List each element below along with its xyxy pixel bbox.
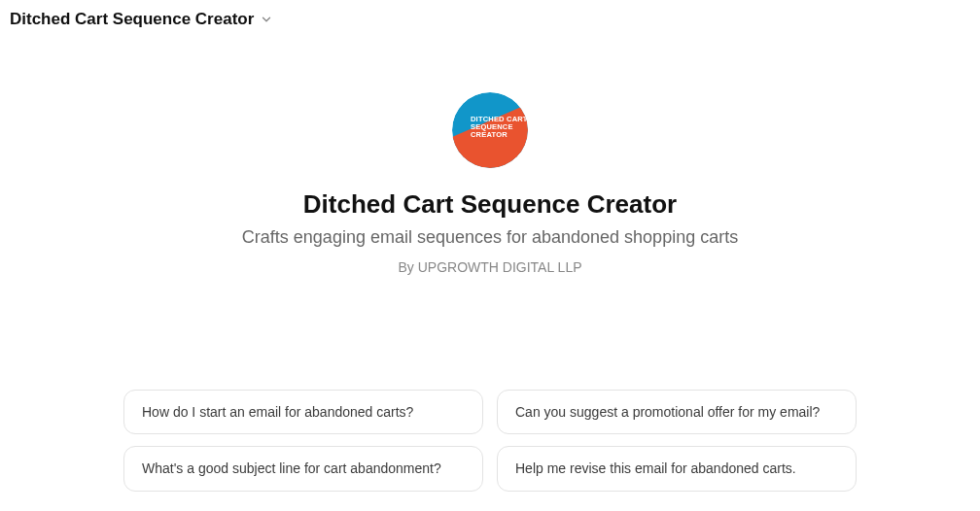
app-logo: DITCHED CART SEQUENCE CREATOR: [452, 92, 528, 168]
app-byline: By UPGROWTH DIGITAL LLP: [398, 259, 581, 275]
prompt-card[interactable]: How do I start an email for abandoned ca…: [123, 390, 483, 434]
svg-text:CREATOR: CREATOR: [471, 130, 508, 139]
app-title: Ditched Cart Sequence Creator: [303, 189, 677, 220]
main-content: DITCHED CART SEQUENCE CREATOR Ditched Ca…: [0, 92, 980, 492]
chevron-down-icon[interactable]: [260, 13, 273, 26]
prompt-card[interactable]: Can you suggest a promotional offer for …: [497, 390, 857, 434]
prompt-suggestions: How do I start an email for abandoned ca…: [123, 390, 857, 491]
header-bar: Ditched Cart Sequence Creator: [0, 0, 980, 39]
app-description: Crafts engaging email sequences for aban…: [242, 225, 738, 250]
prompt-card[interactable]: What's a good subject line for cart aban…: [123, 446, 483, 491]
header-title[interactable]: Ditched Cart Sequence Creator: [10, 10, 254, 29]
prompt-card[interactable]: Help me revise this email for abandoned …: [497, 446, 857, 491]
